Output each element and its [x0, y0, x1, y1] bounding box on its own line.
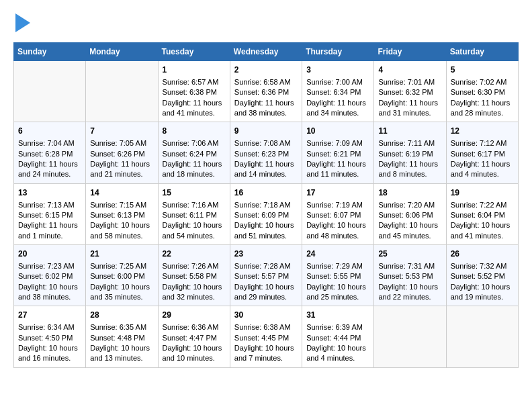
calendar-cell: 5Sunrise: 7:02 AMSunset: 6:30 PMDaylight… [446, 61, 518, 122]
day-info: Daylight: 10 hours and 51 minutes. [234, 220, 298, 241]
day-info: Daylight: 10 hours and 13 minutes. [90, 343, 153, 364]
day-info: Sunset: 6:11 PM [163, 210, 226, 220]
calendar-cell: 1Sunrise: 6:57 AMSunset: 6:38 PMDaylight… [158, 61, 230, 122]
day-info: Sunset: 6:26 PM [90, 149, 153, 159]
day-info: Sunrise: 7:23 AM [18, 261, 81, 271]
day-number: 10 [306, 126, 369, 137]
calendar-cell: 3Sunrise: 7:00 AMSunset: 6:34 PMDaylight… [302, 61, 374, 122]
day-info: Sunrise: 7:09 AM [306, 138, 369, 148]
calendar-cell: 15Sunrise: 7:16 AMSunset: 6:11 PMDayligh… [158, 183, 230, 244]
calendar-cell: 7Sunrise: 7:05 AMSunset: 6:26 PMDaylight… [86, 122, 158, 183]
day-number: 28 [90, 310, 153, 321]
day-number: 21 [90, 248, 153, 260]
day-info: Sunrise: 7:12 AM [451, 138, 514, 148]
weekday-header-sunday: Sunday [14, 43, 86, 61]
day-info: Sunrise: 7:20 AM [378, 200, 441, 210]
day-number: 3 [306, 64, 369, 76]
day-info: Sunrise: 7:26 AM [163, 261, 226, 271]
day-info: Sunrise: 7:01 AM [378, 77, 441, 87]
day-info: Sunset: 6:13 PM [90, 210, 153, 220]
day-number: 19 [451, 187, 514, 199]
weekday-header-thursday: Thursday [302, 43, 374, 61]
day-info: Sunset: 5:53 PM [378, 271, 441, 281]
day-info: Daylight: 10 hours and 19 minutes. [451, 282, 514, 303]
day-info: Sunset: 4:45 PM [234, 333, 298, 343]
day-info: Sunset: 6:09 PM [234, 210, 298, 220]
day-info: Sunrise: 7:28 AM [234, 261, 298, 271]
day-info: Sunrise: 7:00 AM [306, 77, 369, 87]
day-info: Sunset: 6:02 PM [18, 271, 81, 281]
calendar-cell [374, 306, 446, 367]
day-number: 17 [306, 187, 369, 199]
calendar-cell: 17Sunrise: 7:19 AMSunset: 6:07 PMDayligh… [302, 183, 374, 244]
day-info: Sunset: 5:57 PM [234, 271, 298, 281]
day-number: 15 [163, 187, 226, 199]
day-number: 23 [234, 248, 298, 260]
day-info: Daylight: 10 hours and 16 minutes. [18, 343, 81, 364]
day-info: Sunrise: 7:11 AM [378, 138, 441, 148]
day-info: Daylight: 10 hours and 58 minutes. [90, 220, 153, 241]
day-info: Daylight: 11 hours and 1 minute. [18, 220, 81, 241]
day-info: Daylight: 11 hours and 18 minutes. [163, 159, 226, 180]
day-info: Sunrise: 6:36 AM [163, 322, 226, 332]
calendar-cell: 8Sunrise: 7:06 AMSunset: 6:24 PMDaylight… [158, 122, 230, 183]
day-number: 12 [451, 126, 514, 137]
day-number: 5 [451, 64, 514, 76]
calendar-cell [446, 306, 518, 367]
calendar-cell: 29Sunrise: 6:36 AMSunset: 4:47 PMDayligh… [158, 306, 230, 367]
day-info: Daylight: 10 hours and 48 minutes. [306, 220, 369, 241]
calendar-cell: 19Sunrise: 7:22 AMSunset: 6:04 PMDayligh… [446, 183, 518, 244]
day-info: Sunrise: 7:18 AM [234, 200, 298, 210]
day-number: 22 [163, 248, 226, 260]
calendar-cell: 12Sunrise: 7:12 AMSunset: 6:17 PMDayligh… [446, 122, 518, 183]
day-info: Sunrise: 7:02 AM [451, 77, 514, 87]
day-number: 13 [18, 187, 81, 199]
day-info: Daylight: 10 hours and 22 minutes. [378, 282, 441, 303]
day-info: Sunset: 4:48 PM [90, 333, 153, 343]
day-info: Daylight: 11 hours and 8 minutes. [378, 159, 441, 180]
day-info: Daylight: 11 hours and 28 minutes. [451, 98, 514, 119]
day-info: Sunset: 6:24 PM [163, 149, 226, 159]
day-number: 27 [18, 310, 81, 321]
weekday-header-monday: Monday [86, 43, 158, 61]
day-info: Daylight: 10 hours and 35 minutes. [90, 282, 153, 303]
day-info: Sunrise: 7:15 AM [90, 200, 153, 210]
day-number: 18 [378, 187, 441, 199]
day-info: Daylight: 10 hours and 54 minutes. [163, 220, 226, 241]
day-number: 11 [378, 126, 441, 137]
day-info: Sunrise: 6:58 AM [234, 77, 298, 87]
day-info: Sunrise: 7:19 AM [306, 200, 369, 210]
day-number: 25 [378, 248, 441, 260]
calendar-cell: 21Sunrise: 7:25 AMSunset: 6:00 PMDayligh… [86, 245, 158, 306]
calendar-cell: 23Sunrise: 7:28 AMSunset: 5:57 PMDayligh… [230, 245, 302, 306]
day-info: Daylight: 11 hours and 24 minutes. [18, 159, 81, 180]
day-number: 14 [90, 187, 153, 199]
weekday-header-saturday: Saturday [446, 43, 518, 61]
day-info: Sunset: 4:50 PM [18, 333, 81, 343]
calendar-cell: 16Sunrise: 7:18 AMSunset: 6:09 PMDayligh… [230, 183, 302, 244]
day-info: Sunset: 6:38 PM [163, 87, 226, 97]
day-info: Sunrise: 6:35 AM [90, 322, 153, 332]
day-info: Sunset: 5:55 PM [306, 271, 369, 281]
day-info: Sunset: 6:21 PM [306, 149, 369, 159]
day-number: 8 [163, 126, 226, 137]
calendar-cell [86, 61, 158, 122]
day-info: Sunset: 6:36 PM [234, 87, 298, 97]
day-info: Sunrise: 6:57 AM [163, 77, 226, 87]
weekday-header-wednesday: Wednesday [230, 43, 302, 61]
day-info: Sunrise: 7:13 AM [18, 200, 81, 210]
calendar-cell: 2Sunrise: 6:58 AMSunset: 6:36 PMDaylight… [230, 61, 302, 122]
calendar-cell: 31Sunrise: 6:39 AMSunset: 4:44 PMDayligh… [302, 306, 374, 367]
day-info: Daylight: 10 hours and 41 minutes. [451, 220, 514, 241]
day-info: Daylight: 11 hours and 14 minutes. [234, 159, 298, 180]
day-info: Sunrise: 7:32 AM [451, 261, 514, 271]
day-info: Sunset: 5:58 PM [163, 271, 226, 281]
day-number: 4 [378, 64, 441, 76]
day-info: Sunset: 6:23 PM [234, 149, 298, 159]
day-info: Sunrise: 6:34 AM [18, 322, 81, 332]
calendar-cell: 22Sunrise: 7:26 AMSunset: 5:58 PMDayligh… [158, 245, 230, 306]
calendar-cell: 13Sunrise: 7:13 AMSunset: 6:15 PMDayligh… [14, 183, 86, 244]
day-info: Sunset: 6:17 PM [451, 149, 514, 159]
day-info: Daylight: 11 hours and 21 minutes. [90, 159, 153, 180]
calendar-cell: 26Sunrise: 7:32 AMSunset: 5:52 PMDayligh… [446, 245, 518, 306]
